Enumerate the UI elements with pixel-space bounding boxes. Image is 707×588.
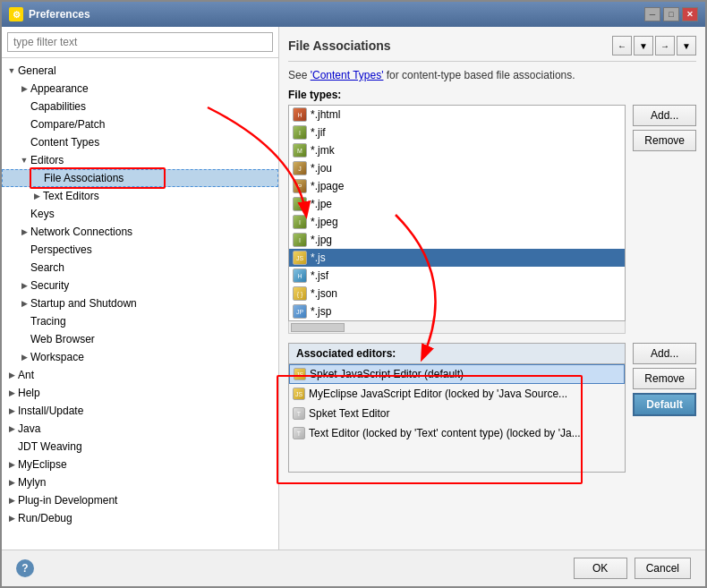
- arrow-ant: [5, 369, 18, 381]
- tree-item-content-types[interactable]: Content Types: [2, 133, 278, 151]
- assoc-label-spket-js: Spket JavaScript Editor (default): [310, 368, 464, 380]
- list-item-json[interactable]: { } *.json: [289, 285, 625, 303]
- nav-fwd-dropdown-button[interactable]: ▼: [677, 36, 696, 55]
- tree-item-network-connections[interactable]: Network Connections: [2, 223, 278, 241]
- tree-area: General Appearance Capabilities Compare/…: [2, 58, 278, 550]
- arrow-editors: [18, 154, 30, 166]
- tree-item-file-associations[interactable]: File Associations: [2, 169, 278, 187]
- list-item-jsf[interactable]: H *.jsf: [289, 267, 625, 285]
- right-title: File Associations: [288, 38, 612, 53]
- tree-item-mylyn[interactable]: Mylyn: [2, 473, 278, 491]
- default-button[interactable]: Default: [633, 393, 696, 416]
- assoc-icon-spket-text: T: [293, 407, 305, 420]
- add-assoc-button[interactable]: Add...: [633, 343, 696, 364]
- tree-label-general: General: [18, 64, 56, 77]
- assoc-icon-myeclipse-js: JS: [293, 388, 305, 400]
- tree-label-appearance: Appearance: [30, 82, 89, 95]
- tree-item-workspace[interactable]: Workspace: [2, 348, 278, 366]
- file-item-name-json: *.json: [311, 287, 337, 300]
- tree-item-plugin-development[interactable]: Plug-in Development: [2, 491, 278, 509]
- left-panel: General Appearance Capabilities Compare/…: [2, 27, 279, 550]
- tree-label-java: Java: [18, 422, 40, 435]
- window-title: Preferences: [29, 8, 90, 21]
- maximize-button[interactable]: □: [663, 7, 679, 21]
- list-item-jhtml[interactable]: H *.jhtml: [289, 106, 625, 124]
- tree-item-help[interactable]: Help: [2, 384, 278, 402]
- assoc-icon-text-editor: T: [293, 427, 305, 439]
- add-file-type-button[interactable]: Add...: [633, 105, 696, 126]
- tree-item-appearance[interactable]: Appearance: [2, 80, 278, 98]
- cancel-button[interactable]: Cancel: [635, 558, 691, 579]
- tree-item-editors[interactable]: Editors: [2, 151, 278, 169]
- arrow-mylyn: [5, 476, 18, 489]
- arrow-search: [18, 261, 30, 274]
- arrow-help: [5, 387, 18, 399]
- list-item-jpe[interactable]: I *.jpe: [289, 195, 625, 213]
- arrow-install-update: [5, 405, 18, 417]
- tree-item-perspectives[interactable]: Perspectives: [2, 241, 278, 259]
- arrow-security: [18, 279, 30, 292]
- tree-item-search[interactable]: Search: [2, 259, 278, 277]
- list-item-jou[interactable]: J *.jou: [289, 159, 625, 177]
- file-list-scrollbar[interactable]: [288, 321, 626, 334]
- tree-item-java[interactable]: Java: [2, 420, 278, 438]
- tree-item-text-editors[interactable]: Text Editors: [2, 187, 278, 205]
- file-item-name-jif: *.jif: [311, 126, 326, 139]
- assoc-row-spket-text[interactable]: T Spket Text Editor: [289, 404, 625, 423]
- arrow-compare-patch: [18, 118, 30, 131]
- nav-back-button[interactable]: ←: [612, 36, 632, 55]
- tree-item-jdt-weaving[interactable]: JDT Weaving: [2, 438, 278, 456]
- minimize-button[interactable]: ─: [644, 7, 660, 21]
- tree-label-startup-shutdown: Startup and Shutdown: [30, 297, 137, 310]
- assoc-row-myeclipse-js[interactable]: JS MyEclipse JavaScript Editor (locked b…: [289, 384, 625, 404]
- tree-item-compare-patch[interactable]: Compare/Patch: [2, 115, 278, 133]
- file-icon-jpage: P: [293, 179, 307, 193]
- assoc-editors-section: Associated editors: JS Spket JavaScript …: [288, 343, 626, 473]
- list-item-jpg[interactable]: I *.jpg: [289, 231, 625, 249]
- assoc-icon-spket-js: JS: [294, 368, 306, 380]
- file-icon-js: JS: [293, 251, 307, 265]
- search-input[interactable]: [7, 32, 273, 52]
- close-button[interactable]: ✕: [682, 7, 698, 21]
- arrow-network-connections: [18, 226, 30, 238]
- tree-item-run-debug[interactable]: Run/Debug: [2, 509, 278, 527]
- assoc-row-text-editor[interactable]: T Text Editor (locked by 'Text' content …: [289, 423, 625, 443]
- arrow-tracing: [18, 315, 30, 328]
- preferences-window: ⚙ Preferences ─ □ ✕ General Appea: [0, 0, 707, 588]
- content-types-link[interactable]: 'Content Types': [311, 69, 384, 81]
- remove-file-type-button[interactable]: Remove: [633, 130, 696, 151]
- list-item-jsp[interactable]: JP *.jsp: [289, 303, 625, 320]
- tree-label-mylyn: Mylyn: [18, 476, 46, 489]
- remove-assoc-button[interactable]: Remove: [633, 368, 696, 389]
- tree-label-tracing: Tracing: [30, 315, 66, 328]
- help-icon[interactable]: ?: [16, 559, 34, 577]
- list-item-jmk[interactable]: M *.jmk: [289, 141, 625, 159]
- file-types-label: File types:: [288, 89, 696, 101]
- tree-label-security: Security: [30, 279, 69, 292]
- nav-dropdown-button[interactable]: ▼: [634, 36, 653, 55]
- list-item-jpeg[interactable]: I *.jpeg: [289, 213, 625, 231]
- nav-fwd-button[interactable]: →: [655, 36, 675, 55]
- assoc-editors-list[interactable]: JS Spket JavaScript Editor (default) JS …: [289, 364, 625, 472]
- ok-button[interactable]: OK: [574, 558, 627, 579]
- tree-label-capabilities: Capabilities: [30, 100, 86, 113]
- list-item-js[interactable]: JS *.js: [289, 249, 625, 267]
- assoc-row-spket-js[interactable]: JS Spket JavaScript Editor (default): [289, 364, 625, 384]
- tree-item-myeclipse[interactable]: MyEclipse: [2, 456, 278, 473]
- tree-label-perspectives: Perspectives: [30, 243, 92, 256]
- tree-item-web-browser[interactable]: Web Browser: [2, 330, 278, 348]
- list-item-jpage[interactable]: P *.jpage: [289, 177, 625, 195]
- tree-item-general[interactable]: General: [2, 62, 278, 80]
- tree-item-capabilities[interactable]: Capabilities: [2, 98, 278, 115]
- arrow-content-types: [18, 136, 30, 149]
- tree-item-startup-shutdown[interactable]: Startup and Shutdown: [2, 294, 278, 312]
- titlebar-icon: ⚙: [9, 7, 23, 21]
- tree-item-install-update[interactable]: Install/Update: [2, 402, 278, 420]
- tree-item-keys[interactable]: Keys: [2, 205, 278, 223]
- file-types-list[interactable]: H *.jhtml I *.jif M *.jmk J: [288, 105, 626, 321]
- tree-item-security[interactable]: Security: [2, 277, 278, 294]
- assoc-label-text-editor: Text Editor (locked by 'Text' content ty…: [309, 427, 581, 439]
- tree-item-tracing[interactable]: Tracing: [2, 312, 278, 330]
- tree-item-ant[interactable]: Ant: [2, 366, 278, 384]
- list-item-jif[interactable]: I *.jif: [289, 124, 625, 141]
